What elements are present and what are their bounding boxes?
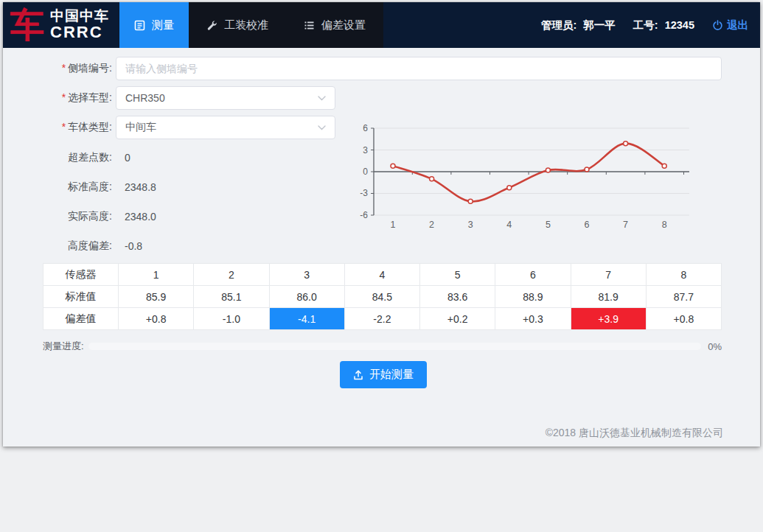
list-settings-icon — [304, 20, 315, 31]
svg-text:3: 3 — [468, 220, 473, 230]
table-cell: 81.9 — [571, 286, 646, 308]
model-select[interactable]: CHR350 — [116, 86, 335, 110]
required-mark: * — [62, 91, 66, 103]
start-measure-button[interactable]: 开始测量 — [340, 361, 427, 388]
body-type-select-value: 中间车 — [125, 121, 156, 134]
brand-text: 中国中车 CRRC — [50, 9, 109, 41]
svg-text:8: 8 — [662, 220, 667, 230]
svg-text:4: 4 — [506, 220, 512, 230]
form-row-model: *选择车型: CHR350 — [3, 86, 722, 110]
copyright-text: ©2018 唐山沃德基业机械制造有限公司 — [546, 427, 723, 440]
row-header-cell: 标准值 — [43, 286, 119, 308]
height-deviation-value: -0.8 — [125, 240, 142, 252]
table-cell: +3.9 — [571, 308, 646, 330]
body-type-select[interactable]: 中间车 — [116, 116, 335, 139]
table-cell: 3 — [269, 264, 344, 286]
table-cell: -4.1 — [269, 308, 344, 330]
tab-measure-label: 测量 — [152, 18, 174, 32]
svg-text:7: 7 — [623, 220, 628, 230]
table-cell: +0.8 — [646, 308, 721, 330]
svg-text:2: 2 — [429, 220, 434, 230]
brand-name-cn: 中国中车 — [50, 9, 109, 24]
side-wall-input[interactable] — [116, 57, 722, 80]
height-deviation-label: 高度偏差: — [3, 239, 112, 253]
svg-text:5: 5 — [546, 220, 551, 230]
over-tolerance-label: 超差点数: — [3, 151, 112, 164]
svg-text:6: 6 — [585, 220, 590, 230]
progress-label: 测量进度: — [43, 340, 84, 353]
body-type-label: *车体类型: — [3, 121, 112, 134]
user-role-label: 管理员: — [541, 18, 576, 32]
svg-text:3: 3 — [363, 145, 368, 155]
table-cell: 7 — [571, 264, 646, 286]
table-cell: 86.0 — [269, 286, 344, 308]
table-row: 传感器12345678 — [43, 264, 722, 286]
tab-measure[interactable]: 测量 — [119, 2, 189, 48]
table-cell: +0.3 — [495, 308, 571, 330]
table-cell: -1.0 — [194, 308, 269, 330]
nav-tabs: 测量 工装校准 偏差设置 — [119, 2, 383, 48]
table-cell: 2 — [194, 264, 269, 286]
progress-track — [88, 343, 702, 350]
over-tolerance-value: 0 — [125, 152, 130, 164]
table-cell: 4 — [344, 264, 419, 286]
table-cell: 87.7 — [646, 286, 721, 308]
table-cell: 5 — [420, 264, 495, 286]
logout-button[interactable]: 退出 — [712, 18, 748, 32]
brand-name-en: CRRC — [50, 24, 109, 41]
svg-text:-3: -3 — [360, 188, 368, 198]
wrench-icon — [206, 20, 217, 31]
standard-height-label: 标准高度: — [3, 181, 112, 194]
start-measure-label: 开始测量 — [369, 368, 414, 382]
deviation-line-chart: 630-3-612345678 — [354, 119, 694, 234]
row-header-cell: 偏差值 — [43, 308, 119, 330]
chevron-down-icon — [318, 96, 326, 101]
top-header: 车 中国中车 CRRC 测量 工装校准 — [3, 2, 760, 48]
tab-tooling-label: 工装校准 — [224, 18, 268, 32]
employee-id: 12345 — [665, 19, 694, 31]
svg-text:6: 6 — [363, 123, 368, 133]
required-mark: * — [62, 62, 66, 74]
actual-height-label: 实际高度: — [3, 210, 112, 223]
table-cell: 88.9 — [495, 286, 571, 308]
table-row: 偏差值+0.8-1.0-4.1-2.2+0.2+0.3+3.9+0.8 — [43, 308, 722, 330]
user-info: 管理员: 郭一平 工号: 12345 退出 — [541, 2, 760, 48]
table-cell: 1 — [119, 264, 194, 286]
progress-percent: 0% — [708, 341, 722, 352]
model-label: *选择车型: — [3, 91, 112, 105]
user-name: 郭一平 — [583, 18, 616, 32]
sensor-table: 传感器12345678标准值85.985.186.084.583.688.981… — [43, 263, 722, 330]
table-cell: +0.8 — [119, 308, 194, 330]
form-row-side-wall: *侧墙编号: — [3, 57, 722, 80]
app-window: 车 中国中车 CRRC 测量 工装校准 — [3, 2, 760, 447]
tab-deviation-settings[interactable]: 偏差设置 — [286, 2, 383, 48]
upload-icon — [352, 369, 364, 381]
table-cell: 84.5 — [344, 286, 419, 308]
header-spacer — [383, 2, 541, 48]
document-icon — [134, 20, 145, 31]
table-row: 标准值85.985.186.084.583.688.981.987.7 — [43, 286, 722, 308]
crrc-logo: 车 中国中车 CRRC — [3, 2, 119, 48]
required-mark: * — [62, 121, 66, 133]
measurement-progress: 测量进度: 0% — [43, 340, 722, 353]
row-header-cell: 传感器 — [43, 264, 119, 286]
table-cell: -2.2 — [344, 308, 419, 330]
svg-text:0: 0 — [363, 167, 368, 177]
table-cell: 85.1 — [194, 286, 269, 308]
chevron-down-icon — [318, 125, 326, 130]
power-icon — [712, 20, 723, 31]
logout-label: 退出 — [727, 18, 748, 32]
table-cell: 85.9 — [119, 286, 194, 308]
tab-deviation-label: 偏差设置 — [321, 18, 366, 32]
table-cell: +0.2 — [420, 308, 495, 330]
employee-id-label: 工号: — [633, 18, 658, 32]
svg-text:1: 1 — [391, 220, 396, 230]
tab-tooling-calibration[interactable]: 工装校准 — [189, 2, 286, 48]
model-select-value: CHR350 — [125, 92, 165, 104]
standard-height-value: 2348.8 — [125, 181, 156, 193]
actual-height-value: 2348.0 — [125, 211, 156, 223]
svg-text:-6: -6 — [360, 210, 368, 220]
table-cell: 6 — [495, 264, 571, 286]
stat-row-height-deviation: 高度偏差: -0.8 — [3, 237, 722, 255]
crrc-logo-icon: 车 — [10, 8, 44, 42]
